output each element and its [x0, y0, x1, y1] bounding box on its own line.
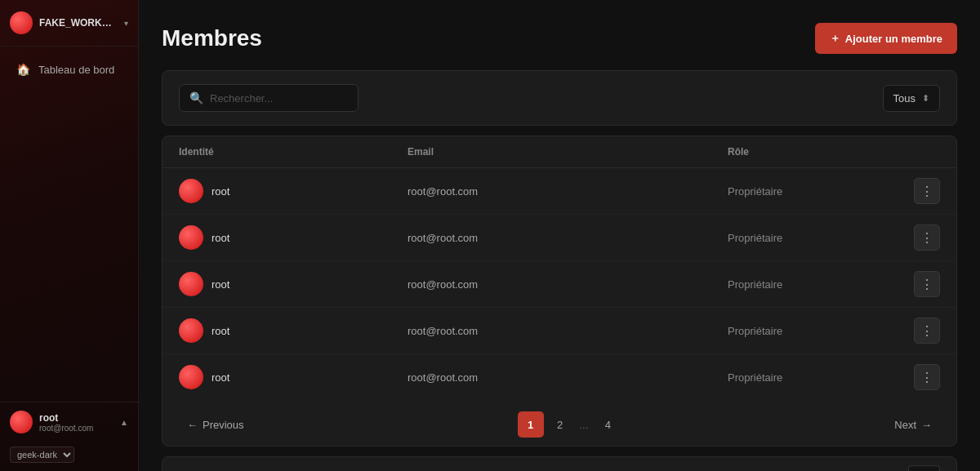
prev-button[interactable]: ← Previous	[179, 414, 252, 436]
pagination-inner: 12...4	[518, 411, 621, 438]
prev-arrow-icon: ←	[187, 419, 198, 431]
per-page-selector[interactable]: 5 ⬍	[908, 465, 940, 471]
member-email: root@root.com	[408, 185, 728, 198]
page-ellipsis: ...	[577, 419, 592, 431]
member-email: root@root.com	[408, 371, 728, 384]
table-row: root root@root.com Propriétaire ⋮	[163, 354, 956, 400]
row-action-button[interactable]: ⋮	[914, 318, 940, 344]
next-label: Next	[894, 419, 916, 431]
col-identity: Identité	[179, 146, 408, 158]
member-role: Propriétaire	[728, 232, 891, 244]
member-email: root@root.com	[408, 278, 728, 291]
filter-label: Tous	[893, 92, 915, 104]
member-role: Propriétaire	[728, 325, 891, 337]
sidebar-item-dashboard[interactable]: 🏠 Tableau de bord	[5, 56, 133, 82]
member-name: root	[212, 371, 229, 384]
page-button-4[interactable]: 4	[595, 411, 621, 438]
workspace-avatar	[10, 11, 33, 34]
row-action-button[interactable]: ⋮	[914, 271, 940, 297]
member-avatar	[179, 179, 203, 203]
member-role: Propriétaire	[728, 278, 891, 291]
filter-dropdown[interactable]: Tous ⬍	[883, 85, 940, 112]
page-header: Membres ＋ Ajouter un membre	[162, 23, 957, 54]
user-avatar	[10, 411, 33, 433]
workspace-name: FAKE_WORKSPACE	[39, 17, 118, 29]
members-table: Identité Email Rôle root root@root.com P…	[162, 136, 957, 447]
col-actions	[891, 146, 940, 158]
pagination: ← Previous 12...4 Next →	[163, 400, 956, 446]
plus-icon: ＋	[830, 31, 840, 46]
page-button-1[interactable]: 1	[518, 411, 544, 438]
sidebar: FAKE_WORKSPACE ▾ 🏠 Tableau de bord root …	[0, 0, 139, 471]
member-avatar	[179, 318, 203, 343]
member-identity: root	[179, 365, 408, 389]
member-avatar	[179, 272, 203, 296]
user-email: root@root.com	[39, 424, 114, 433]
search-bar-container: 🔍 Tous ⬍	[162, 70, 957, 126]
table-header: Identité Email Rôle	[163, 136, 956, 168]
col-email: Email	[408, 146, 728, 158]
bottom-bar: 5 sur 20 5 ⬍	[162, 456, 957, 471]
row-action-button[interactable]: ⋮	[914, 178, 940, 204]
search-wrapper: 🔍	[179, 84, 359, 112]
home-icon: 🏠	[16, 63, 30, 76]
search-icon: 🔍	[189, 91, 203, 104]
member-identity: root	[179, 318, 408, 343]
theme-selector: geek-dark light dark	[0, 442, 138, 471]
member-name: root	[212, 278, 229, 291]
user-info: root root@root.com	[39, 412, 114, 433]
member-name: root	[212, 232, 229, 244]
member-role: Propriétaire	[728, 371, 891, 384]
member-identity: root	[179, 272, 408, 296]
row-action-button[interactable]: ⋮	[914, 224, 940, 251]
user-name: root	[39, 412, 114, 424]
user-chevron-icon: ▲	[120, 418, 128, 427]
sidebar-dashboard-label: Tableau de bord	[38, 64, 114, 76]
search-input[interactable]	[210, 92, 348, 104]
table-body: root root@root.com Propriétaire ⋮ root r…	[163, 168, 956, 400]
next-button[interactable]: Next →	[886, 414, 940, 436]
table-row: root root@root.com Propriétaire ⋮	[163, 215, 956, 261]
sidebar-nav: 🏠 Tableau de bord	[0, 47, 138, 402]
table-row: root root@root.com Propriétaire ⋮	[163, 308, 956, 354]
page-button-2[interactable]: 2	[547, 411, 573, 438]
row-action-button[interactable]: ⋮	[914, 364, 940, 390]
member-email: root@root.com	[408, 325, 728, 337]
member-name: root	[212, 325, 229, 337]
sidebar-footer: root root@root.com ▲	[0, 402, 138, 442]
member-email: root@root.com	[408, 232, 728, 244]
add-member-button[interactable]: ＋ Ajouter un membre	[815, 23, 957, 54]
prev-label: Previous	[203, 419, 244, 431]
workspace-chevron-icon: ▾	[124, 19, 128, 28]
workspace-header[interactable]: FAKE_WORKSPACE ▾	[0, 0, 138, 47]
table-row: root root@root.com Propriétaire ⋮	[163, 261, 956, 308]
table-row: root root@root.com Propriétaire ⋮	[163, 168, 956, 215]
page-title: Membres	[162, 25, 262, 51]
main-content: Membres ＋ Ajouter un membre 🔍 Tous ⬍ Ide…	[139, 0, 980, 471]
member-identity: root	[179, 225, 408, 250]
add-member-label: Ajouter un membre	[845, 33, 942, 45]
filter-chevron-icon: ⬍	[922, 93, 929, 104]
col-role: Rôle	[728, 146, 891, 158]
member-role: Propriétaire	[728, 185, 891, 198]
member-identity: root	[179, 179, 408, 203]
member-avatar	[179, 365, 203, 389]
theme-select[interactable]: geek-dark light dark	[10, 447, 74, 463]
next-arrow-icon: →	[921, 419, 932, 431]
member-avatar	[179, 225, 203, 250]
member-name: root	[212, 185, 229, 198]
